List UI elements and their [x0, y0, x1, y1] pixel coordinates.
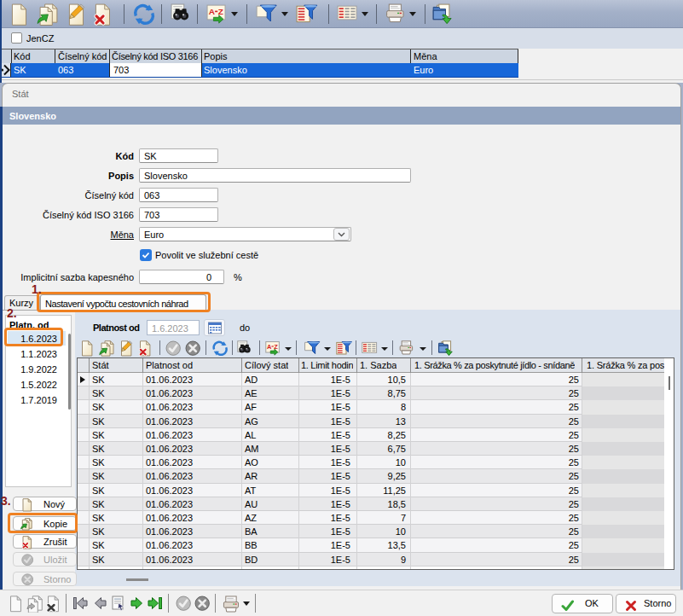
- svg-text:A: A: [267, 343, 272, 351]
- svg-text:A: A: [209, 7, 215, 16]
